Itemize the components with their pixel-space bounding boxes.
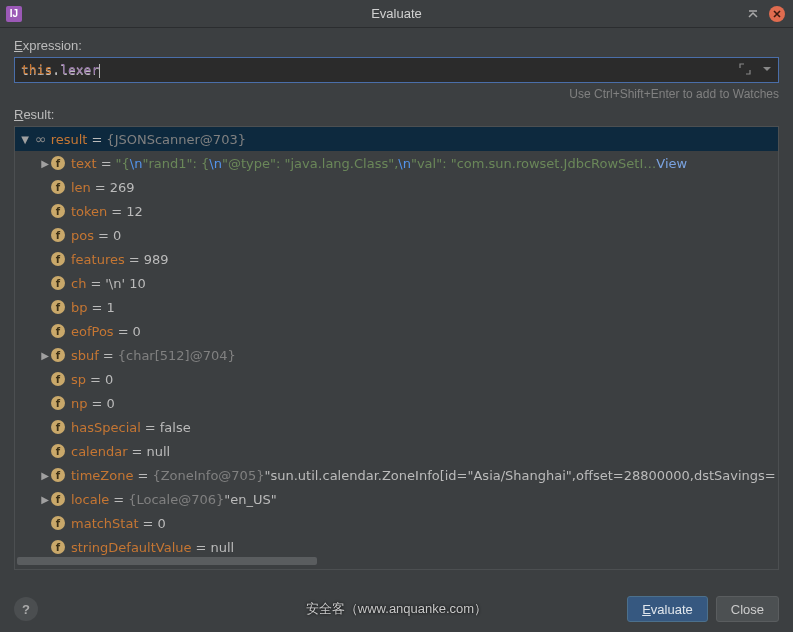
field-icon: f [51, 180, 65, 194]
field-icon: f [51, 252, 65, 266]
tree-row[interactable]: ▶fsbuf = {char[512]@704} [15, 343, 778, 367]
expand-arrow-icon[interactable]: ▶ [39, 350, 51, 361]
field-icon: f [51, 444, 65, 458]
tree-row[interactable]: fhasSpecial = false [15, 415, 778, 439]
tree-row[interactable]: fbp = 1 [15, 295, 778, 319]
minimize-button[interactable] [745, 6, 761, 22]
field-icon: f [51, 156, 65, 170]
shortcut-hint: Use Ctrl+Shift+Enter to add to Watches [14, 87, 779, 101]
expression-input[interactable] [14, 57, 779, 83]
field-icon: f [51, 300, 65, 314]
field-icon: f [51, 468, 65, 482]
field-icon: f [51, 204, 65, 218]
field-icon: f [51, 348, 65, 362]
expand-arrow-icon[interactable]: ▶ [39, 158, 51, 169]
field-icon: f [51, 396, 65, 410]
result-tree[interactable]: ▼∞result = {JSONScanner@703}▶ftext = "{\… [15, 127, 778, 555]
field-icon: f [51, 324, 65, 338]
tree-row[interactable]: feofPos = 0 [15, 319, 778, 343]
history-dropdown-icon[interactable] [759, 61, 775, 77]
app-icon: IJ [6, 6, 22, 22]
expand-arrow-icon[interactable]: ▶ [39, 470, 51, 481]
horizontal-scrollbar[interactable] [17, 555, 776, 567]
close-button[interactable] [769, 6, 785, 22]
tree-row[interactable]: ▶ftimeZone = {ZoneInfo@705} "sun.util.ca… [15, 463, 778, 487]
help-button[interactable]: ? [14, 597, 38, 621]
window-title: Evaluate [0, 6, 793, 21]
tree-row[interactable]: fsp = 0 [15, 367, 778, 391]
tree-row[interactable]: fcalendar = null [15, 439, 778, 463]
collapse-arrow-icon[interactable]: ▼ [19, 134, 31, 145]
tree-row[interactable]: ftoken = 12 [15, 199, 778, 223]
tree-row[interactable]: ▶flocale = {Locale@706} "en_US" [15, 487, 778, 511]
tree-row-root[interactable]: ▼∞result = {JSONScanner@703} [15, 127, 778, 151]
tree-row[interactable]: flen = 269 [15, 175, 778, 199]
tree-row[interactable]: ffeatures = 989 [15, 247, 778, 271]
field-icon: f [51, 492, 65, 506]
field-icon: f [51, 228, 65, 242]
field-icon: f [51, 516, 65, 530]
result-panel: ▼∞result = {JSONScanner@703}▶ftext = "{\… [14, 126, 779, 570]
evaluate-button[interactable]: Evaluate [627, 596, 708, 622]
result-label: Result: [14, 107, 779, 122]
tree-row[interactable]: fstringDefaultValue = null [15, 535, 778, 555]
field-icon: f [51, 372, 65, 386]
field-icon: f [51, 276, 65, 290]
infinity-icon: ∞ [35, 131, 47, 147]
expand-icon[interactable] [737, 61, 753, 77]
expand-arrow-icon[interactable]: ▶ [39, 494, 51, 505]
field-icon: f [51, 420, 65, 434]
tree-row[interactable]: fnp = 0 [15, 391, 778, 415]
view-link[interactable]: View [656, 156, 687, 171]
expression-label: Expression: [14, 38, 779, 53]
close-dialog-button[interactable]: Close [716, 596, 779, 622]
tree-row[interactable]: fpos = 0 [15, 223, 778, 247]
tree-row[interactable]: fmatchStat = 0 [15, 511, 778, 535]
tree-row[interactable]: fch = '\n' 10 [15, 271, 778, 295]
tree-row[interactable]: ▶ftext = "{\n "rand1": {\n "@type": "jav… [15, 151, 778, 175]
field-icon: f [51, 540, 65, 554]
